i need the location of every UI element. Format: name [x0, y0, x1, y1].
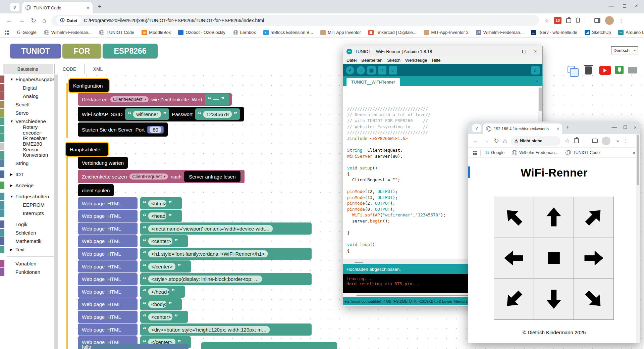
reload-button[interactable]: ↻	[494, 137, 499, 145]
sidebar-item-text[interactable]: ▶Text	[0, 245, 54, 254]
variable-dropdown[interactable]: ClientRequest▾	[110, 96, 149, 102]
save-sketch-button[interactable]: ↓	[389, 66, 397, 74]
side-panel-icon[interactable]	[594, 18, 600, 23]
block-deklarieren[interactable]: DeklarierenClientRequest▾wie Zeichenkett…	[78, 93, 232, 106]
sidebar-item-logik[interactable]: Logik	[0, 220, 54, 229]
block-web-page[interactable]: Web pageHTML	[78, 298, 138, 310]
sidebar-item-mathematik[interactable]: Mathematik	[0, 237, 54, 245]
forward-button[interactable]: →	[18, 17, 25, 24]
bookmark-item[interactable]: TUNIOT Code	[566, 150, 600, 155]
open-button[interactable]: ↑	[378, 66, 386, 74]
profile-avatar[interactable]	[602, 137, 610, 145]
apps-grid-icon[interactable]	[473, 151, 477, 155]
language-select[interactable]: Deutsch ▾	[611, 46, 638, 54]
menu-sketch[interactable]: Sketch	[387, 58, 400, 63]
tab-search-button[interactable]: v	[10, 3, 19, 11]
stop-button[interactable]	[534, 238, 574, 279]
block-web-page[interactable]: Web pageHTML	[78, 210, 138, 222]
sidebar-item-servo[interactable]: Servo	[0, 109, 54, 117]
bookmark-item[interactable]: MIT App Inventor	[320, 30, 361, 35]
upload-button[interactable]: →	[357, 66, 365, 74]
string-block-html[interactable]: “<html>”	[140, 197, 182, 209]
renner-tab[interactable]: 192.168.4.1/rechtsrueckwaerts ×	[483, 123, 562, 134]
string-block-html[interactable]: “<meta name='viewport' content='width=de…	[140, 222, 312, 235]
string-block-html[interactable]: “</head>”	[140, 286, 185, 298]
block-server-start[interactable]: Starten Sie den ServerPort80	[78, 122, 168, 137]
sidebar-item-interrupts[interactable]: Interrupts	[0, 209, 54, 217]
forward-button[interactable]: →	[483, 137, 490, 145]
block-web-page[interactable]: Web pageHTML	[78, 222, 138, 235]
string-block-password[interactable]: “12345678”	[195, 108, 240, 120]
adblock-extension-icon[interactable]: 10	[554, 17, 561, 24]
extensions-icon[interactable]	[574, 138, 579, 143]
html-string-value[interactable]: <body>	[148, 301, 166, 308]
minimize-button[interactable]: —	[611, 124, 617, 130]
html-string-value[interactable]: <html>	[148, 200, 166, 207]
new-tab-button[interactable]: +	[98, 3, 102, 10]
bookmark-item[interactable]: ⇄Wilhelm-Fredeman...	[476, 30, 524, 35]
menu-dots-icon[interactable]: ⋮	[623, 138, 629, 144]
sidebar-item-eingabe-ausgabe[interactable]: ▼Eingabe/Ausgabe	[0, 75, 54, 84]
category-arrow-icon[interactable]: ▼	[10, 78, 13, 81]
arrow-down-right-button[interactable]	[574, 279, 614, 320]
html-string-value[interactable]: <center>	[148, 238, 172, 245]
html-string-value[interactable]: <center>	[148, 313, 172, 320]
maximize-button[interactable]	[624, 126, 627, 129]
block-zeichenkette-setzen[interactable]: Zeichenkette setzenClientRequest▾nachSer…	[78, 170, 245, 183]
tab-close-icon[interactable]: ×	[87, 5, 89, 10]
menu-hilfe[interactable]: Hilfe	[432, 58, 441, 63]
string-value[interactable]: 12345678	[203, 111, 232, 118]
bookmark-item[interactable]: mMoodleBox	[142, 30, 171, 35]
back-button[interactable]: ←	[6, 17, 12, 24]
serial-monitor-button[interactable]: ⌕	[531, 66, 540, 74]
block-client-spuelen[interactable]: client spülen	[78, 184, 114, 196]
bookmark-item[interactable]: Lernbox	[233, 30, 256, 35]
string-block-partial[interactable]	[201, 342, 337, 349]
sidebar-item-analog[interactable]: Analog	[0, 92, 54, 100]
variable-dropdown[interactable]: ClientRequest▾	[129, 173, 168, 180]
tab-search-button[interactable]: v	[472, 124, 481, 132]
bookmark-item[interactable]: ∞Arduino Cloud	[618, 30, 644, 35]
bookmark-item[interactable]: ◐mBlock Extension B...	[263, 30, 313, 35]
html-string-value[interactable]: <div><button style='height:120px; width:…	[148, 326, 270, 333]
toolbar-overflow-icon[interactable]: »	[616, 138, 619, 144]
string-block-ssid[interactable]: “wifirenner”	[125, 108, 169, 120]
extensions-icon[interactable]	[566, 18, 571, 23]
bookmark-item[interactable]: GGoogle	[485, 150, 504, 155]
category-arrow-icon[interactable]: ▼	[10, 119, 13, 123]
experiments-icon[interactable]	[576, 18, 580, 23]
block-web-page[interactable]: Web pageHTML	[78, 197, 138, 209]
bookmark-item[interactable]: ◢SketchUp	[585, 30, 611, 35]
html-string-value[interactable]: <h1 style='font-family:verdana;'>WiFi-Re…	[148, 250, 268, 257]
block-web-page[interactable]: Web pageHTML	[78, 311, 138, 323]
tab-menu-button[interactable]: ▾	[534, 78, 540, 84]
html-string-value[interactable]: <head>	[148, 212, 166, 219]
number-block-port[interactable]: 80	[147, 126, 164, 134]
menu-bearbeiten[interactable]: Bearbeiten	[361, 58, 382, 63]
arrow-up-right-button[interactable]	[574, 197, 614, 238]
delete-blocks-button[interactable]	[585, 66, 592, 74]
string-block-html[interactable]: “<div><button style='height:120px; width…	[140, 323, 312, 336]
profile-avatar[interactable]	[605, 16, 614, 25]
copy-blocks-button[interactable]	[568, 66, 575, 73]
maximize-button[interactable]	[623, 4, 626, 8]
arrow-up-left-button[interactable]	[494, 197, 534, 238]
sidebar-item-konversion[interactable]: Konversion	[0, 151, 54, 159]
sidebar-item-seriell[interactable]: Seriell	[0, 100, 54, 109]
bookmark-item[interactable]: Wilhelm-Fredeman...	[512, 150, 558, 155]
string-block-html[interactable]: “</center>”	[140, 260, 191, 272]
reload-button[interactable]: ↻	[31, 17, 36, 24]
menu-dots-icon[interactable]: ⋮	[619, 17, 624, 24]
save-button[interactable]	[615, 66, 624, 74]
port-value[interactable]: 80	[150, 127, 161, 133]
string-block-html[interactable]: “<style>.stopp{display: inline-block;bor…	[140, 273, 312, 285]
string-value[interactable]: wifirenner	[133, 111, 161, 118]
bookmark-star-icon[interactable]: ☆	[544, 17, 549, 24]
run-button[interactable]	[599, 66, 611, 75]
sidebar-item-string[interactable]: String	[0, 159, 54, 167]
close-button[interactable]: ×	[634, 124, 637, 130]
verify-button[interactable]: ✓	[346, 66, 354, 74]
tab-bausteine[interactable]: Bausteine	[3, 64, 53, 74]
browser-tab[interactable]: TUNIOT Code ×	[22, 2, 93, 13]
string-block-html[interactable]: “<center>”	[140, 311, 188, 323]
